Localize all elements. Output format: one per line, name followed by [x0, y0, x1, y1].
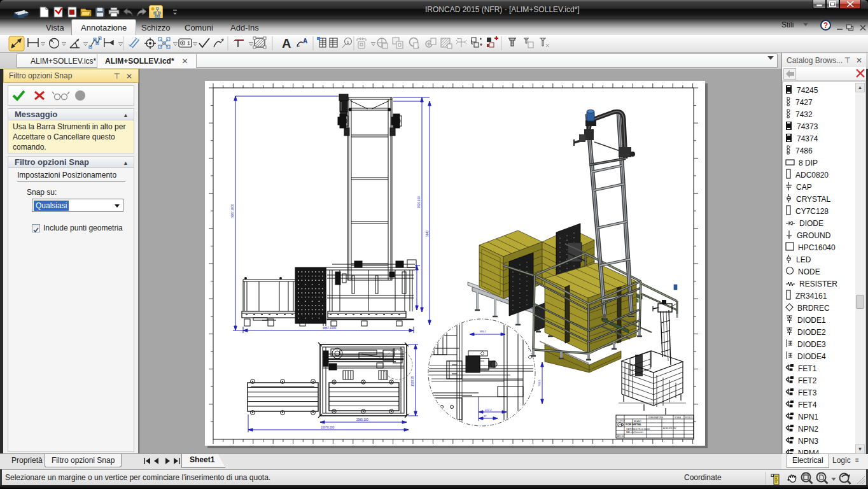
svg-text:ALIM+SOLLEV: ALIM+SOLLEV — [663, 427, 676, 430]
svg-text:SCALA: SCALA — [675, 416, 681, 419]
svg-text:MAIL info@formetal.it: MAIL info@formetal.it — [626, 431, 643, 434]
svg-text:97: 97 — [484, 415, 487, 418]
svg-text:DISEGNATORE: DISEGNATORE — [648, 416, 663, 419]
svg-text:1: 1 — [347, 39, 350, 45]
svg-text:FOGLIO: FOGLIO — [685, 416, 693, 419]
svg-text:1528.35: 1528.35 — [411, 376, 414, 386]
svg-text:VIA ROMA 10 TEL 02 000000: VIA ROMA 10 TEL 02 000000 — [626, 428, 650, 430]
svg-text:2980.100: 2980.100 — [356, 418, 368, 422]
svg-text:735.5: 735.5 — [538, 379, 541, 386]
svg-text:A: A — [282, 36, 291, 50]
svg-text:10078.200: 10078.200 — [321, 426, 335, 429]
svg-text:3667.1000: 3667.1000 — [231, 204, 234, 218]
svg-text:MILANO: MILANO — [634, 420, 641, 423]
svg-text:222.2: 222.2 — [485, 408, 492, 411]
svg-text:3520.100: 3520.100 — [417, 196, 421, 208]
svg-text:A3 1:50: A3 1:50 — [617, 435, 624, 437]
svg-text:3140: 3140 — [426, 230, 429, 237]
svg-text:1: 1 — [187, 40, 190, 46]
svg-text:680.1: 680.1 — [480, 330, 487, 333]
svg-text:CODICE: CODICE — [617, 420, 625, 422]
svg-text:FOR METAL: FOR METAL — [626, 423, 642, 426]
svg-text:4867.1000: 4867.1000 — [323, 327, 337, 330]
svg-text:A: A — [303, 38, 307, 45]
